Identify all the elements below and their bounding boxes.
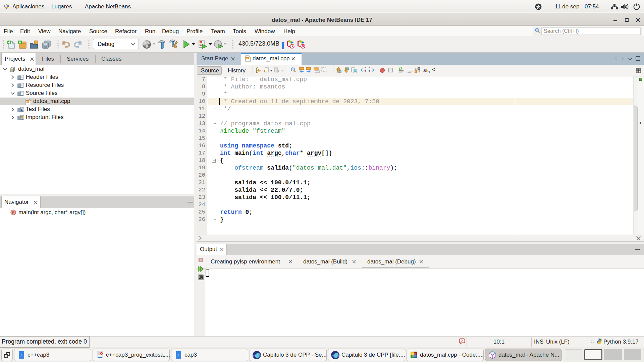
- svg-text:cc: cc: [26, 101, 29, 103]
- svg-text:T: T: [22, 109, 23, 111]
- svg-text:3: 3: [200, 44, 201, 46]
- svg-text:F: F: [12, 211, 14, 214]
- svg-text:h: h: [418, 67, 420, 70]
- svg-text:cc: cc: [246, 57, 249, 59]
- svg-text:2: 2: [461, 339, 463, 343]
